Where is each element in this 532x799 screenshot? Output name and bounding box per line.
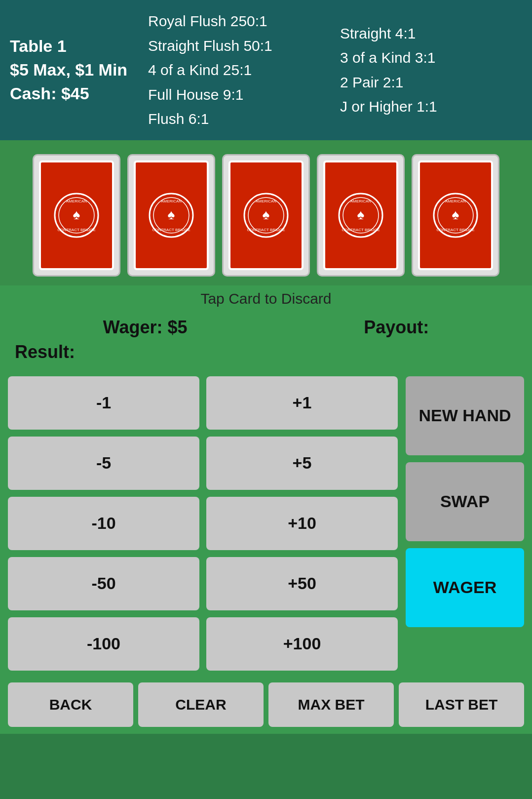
cards-area: ♠ CONTRACT BRIDGE AMERICAN ♠ CONTRACT BR…	[0, 140, 532, 285]
result-label: Result:	[15, 342, 75, 362]
max-bet-button[interactable]: MAX BET	[268, 682, 394, 727]
bet-row: -5+5	[8, 437, 398, 490]
bet-plus-50-button[interactable]: +50	[206, 557, 398, 610]
bet-plus-10-button[interactable]: +10	[206, 497, 398, 550]
cash-display: Cash: $45	[10, 82, 138, 106]
bet-row: -100+100	[8, 617, 398, 671]
bet-plus-100-button[interactable]: +100	[206, 617, 398, 671]
svg-text:CONTRACT BRIDGE: CONTRACT BRIDGE	[247, 228, 285, 232]
bottom-bar: BACKCLEARMAX BETLAST BET	[0, 678, 532, 734]
payout-item: 2 Pair 2:1	[340, 70, 522, 95]
svg-text:CONTRACT BRIDGE: CONTRACT BRIDGE	[342, 228, 380, 232]
bet-minus-100-button[interactable]: -100	[8, 617, 199, 671]
svg-text:AMERICAN: AMERICAN	[256, 199, 276, 203]
wager-label: Wager: $5	[103, 317, 188, 338]
svg-text:♠: ♠	[263, 207, 270, 222]
payout-item: J or Higher 1:1	[340, 94, 522, 119]
svg-text:♠: ♠	[73, 207, 80, 222]
payout-item: 3 of a Kind 3:1	[340, 45, 522, 70]
svg-text:CONTRACT BRIDGE: CONTRACT BRIDGE	[152, 228, 190, 232]
bet-row: -50+50	[8, 557, 398, 610]
bet-minus-5-button[interactable]: -5	[8, 437, 199, 490]
svg-text:♠: ♠	[357, 207, 365, 222]
main-content: -1+1-5+5-10+10-50+50-100+100 NEW HAND SW…	[0, 369, 532, 678]
svg-text:AMERICAN: AMERICAN	[350, 199, 371, 203]
back-button[interactable]: BACK	[8, 682, 133, 727]
bet-plus-1-button[interactable]: +1	[206, 376, 398, 430]
header: Table 1 $5 Max, $1 Min Cash: $45 Royal F…	[0, 0, 532, 140]
svg-text:♠: ♠	[168, 207, 175, 222]
header-left-panel: Table 1 $5 Max, $1 Min Cash: $45	[10, 9, 138, 131]
card-5[interactable]: ♠ CONTRACT BRIDGE AMERICAN	[412, 154, 499, 277]
swap-button[interactable]: SWAP	[406, 462, 524, 541]
bet-row: -1+1	[8, 376, 398, 430]
wager-button[interactable]: WAGER	[406, 548, 524, 627]
payout-item: Straight Flush 50:1	[148, 34, 330, 58]
payouts-col2: Straight 4:13 of a Kind 3:12 Pair 2:1J o…	[340, 9, 522, 131]
svg-text:CONTRACT BRIDGE: CONTRACT BRIDGE	[436, 228, 474, 232]
card-4[interactable]: ♠ CONTRACT BRIDGE AMERICAN	[317, 154, 405, 277]
payout-item: Flush 6:1	[148, 107, 330, 131]
payout-item: 4 of a Kind 25:1	[148, 58, 330, 82]
svg-text:♠: ♠	[452, 207, 459, 222]
new-hand-button[interactable]: NEW HAND	[406, 376, 524, 455]
bet-minus-10-button[interactable]: -10	[8, 497, 199, 550]
result-row: Result:	[0, 340, 532, 369]
bet-minus-1-button[interactable]: -1	[8, 376, 199, 430]
bet-buttons-panel: -1+1-5+5-10+10-50+50-100+100	[8, 376, 398, 671]
bet-minus-50-button[interactable]: -50	[8, 557, 199, 610]
wager-payout-row: Wager: $5 Payout:	[0, 310, 532, 340]
payout-item: Straight 4:1	[340, 21, 522, 46]
card-2[interactable]: ♠ CONTRACT BRIDGE AMERICAN	[127, 154, 215, 277]
bet-plus-5-button[interactable]: +5	[206, 437, 398, 490]
payout-item: Royal Flush 250:1	[148, 9, 330, 34]
tap-instruction: Tap Card to Discard	[0, 285, 532, 310]
last-bet-button[interactable]: LAST BET	[399, 682, 524, 727]
svg-text:CONTRACT BRIDGE: CONTRACT BRIDGE	[57, 228, 95, 232]
svg-text:AMERICAN: AMERICAN	[161, 199, 182, 203]
action-buttons-panel: NEW HAND SWAP WAGER	[406, 376, 524, 671]
svg-text:AMERICAN: AMERICAN	[66, 199, 87, 203]
svg-text:AMERICAN: AMERICAN	[445, 199, 466, 203]
clear-button[interactable]: CLEAR	[138, 682, 264, 727]
card-1[interactable]: ♠ CONTRACT BRIDGE AMERICAN	[33, 154, 120, 277]
payout-label: Payout:	[364, 317, 429, 338]
table-name: Table 1	[10, 35, 138, 58]
card-3[interactable]: ♠ CONTRACT BRIDGE AMERICAN	[222, 154, 310, 277]
table-limits: $5 Max, $1 Min	[10, 58, 138, 82]
bet-row: -10+10	[8, 497, 398, 550]
payouts-col1: Royal Flush 250:1Straight Flush 50:14 of…	[148, 9, 330, 131]
payout-item: Full House 9:1	[148, 82, 330, 107]
